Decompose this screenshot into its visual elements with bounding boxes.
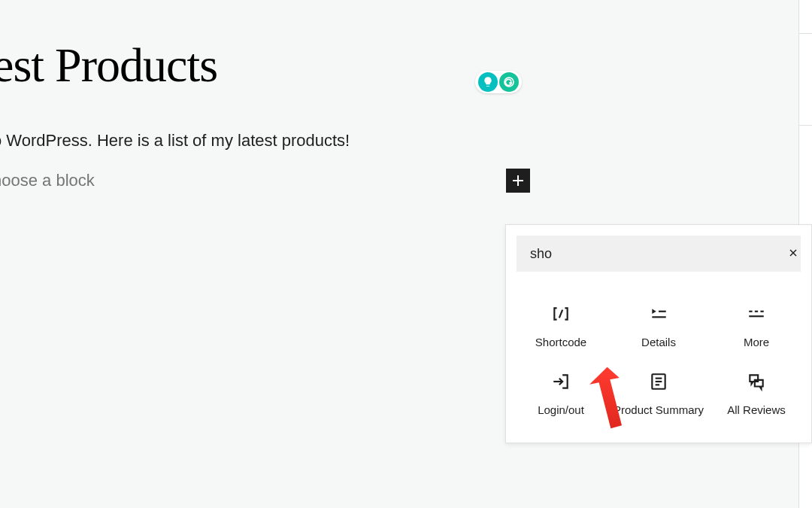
block-item-shortcode[interactable]: Shortcode — [512, 293, 610, 360]
block-label: Shortcode — [535, 335, 586, 350]
assistant-bulb-icon[interactable] — [478, 72, 498, 92]
block-search-input[interactable] — [517, 236, 801, 272]
svg-marker-6 — [652, 309, 656, 315]
assistant-pills — [475, 71, 522, 93]
search-wrap — [506, 225, 811, 272]
plus-icon — [509, 172, 527, 190]
block-item-login-out[interactable]: Login/out — [512, 360, 610, 428]
more-icon — [746, 303, 767, 324]
block-label: More — [744, 335, 769, 350]
editor-canvas: est Products o WordPress. Here is a list… — [0, 0, 812, 193]
blocks-grid: Shortcode Details More Login/out Product… — [506, 272, 811, 443]
details-icon — [648, 303, 669, 324]
grammarly-icon[interactable] — [499, 72, 519, 92]
block-inserter-panel: Shortcode Details More Login/out Product… — [505, 224, 812, 443]
close-icon — [787, 247, 799, 259]
block-item-details[interactable]: Details — [610, 293, 707, 360]
block-item-more[interactable]: More — [707, 293, 805, 360]
add-block-button[interactable] — [506, 169, 530, 193]
page-title[interactable]: est Products — [0, 38, 812, 93]
block-label: All Reviews — [727, 403, 786, 418]
intro-paragraph[interactable]: o WordPress. Here is a list of my latest… — [0, 131, 812, 151]
block-item-product-summary[interactable]: Product Summary — [610, 360, 707, 428]
clear-search-button[interactable] — [787, 244, 799, 263]
block-label: Details — [641, 335, 676, 350]
shortcode-icon — [550, 303, 571, 324]
product-summary-icon — [648, 371, 669, 392]
block-placeholder[interactable]: hoose a block — [0, 171, 95, 190]
svg-line-5 — [559, 310, 562, 318]
new-block-row: hoose a block — [0, 169, 812, 193]
login-icon — [550, 371, 571, 392]
block-label: Login/out — [538, 403, 584, 418]
block-item-all-reviews[interactable]: All Reviews — [707, 360, 805, 428]
block-label: Product Summary — [614, 403, 704, 418]
reviews-icon — [746, 371, 767, 392]
